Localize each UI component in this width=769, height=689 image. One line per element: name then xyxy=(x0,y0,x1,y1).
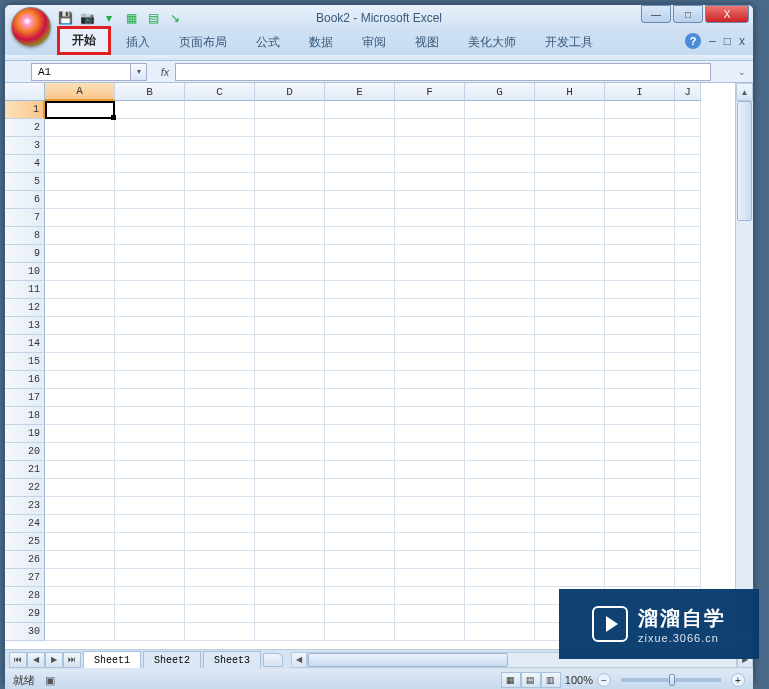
cell[interactable] xyxy=(395,515,465,533)
cell[interactable] xyxy=(45,551,115,569)
cell[interactable] xyxy=(675,353,701,371)
cell[interactable] xyxy=(115,209,185,227)
cell[interactable] xyxy=(115,299,185,317)
cell[interactable] xyxy=(675,101,701,119)
cell[interactable] xyxy=(465,605,535,623)
row-header-3[interactable]: 3 xyxy=(5,137,45,155)
cell[interactable] xyxy=(185,353,255,371)
cell[interactable] xyxy=(185,479,255,497)
cell[interactable] xyxy=(45,101,115,119)
cell[interactable] xyxy=(675,407,701,425)
cell[interactable] xyxy=(535,389,605,407)
cell[interactable] xyxy=(45,461,115,479)
cell[interactable] xyxy=(535,353,605,371)
cell[interactable] xyxy=(255,371,325,389)
cell[interactable] xyxy=(465,551,535,569)
cell[interactable] xyxy=(465,407,535,425)
cell[interactable] xyxy=(115,587,185,605)
cell[interactable] xyxy=(395,587,465,605)
row-header-10[interactable]: 10 xyxy=(5,263,45,281)
cell[interactable] xyxy=(465,335,535,353)
cell[interactable] xyxy=(535,569,605,587)
cell[interactable] xyxy=(185,443,255,461)
cell[interactable] xyxy=(45,137,115,155)
cell[interactable] xyxy=(465,263,535,281)
cell[interactable] xyxy=(45,479,115,497)
cell[interactable] xyxy=(45,155,115,173)
cell[interactable] xyxy=(185,335,255,353)
cell[interactable] xyxy=(255,461,325,479)
cell[interactable] xyxy=(185,569,255,587)
column-header-E[interactable]: E xyxy=(325,83,395,101)
cell[interactable] xyxy=(115,605,185,623)
cell[interactable] xyxy=(325,245,395,263)
column-header-J[interactable]: J xyxy=(675,83,701,101)
cell[interactable] xyxy=(675,317,701,335)
column-header-D[interactable]: D xyxy=(255,83,325,101)
cell[interactable] xyxy=(185,299,255,317)
row-header-6[interactable]: 6 xyxy=(5,191,45,209)
cell[interactable] xyxy=(535,155,605,173)
cell[interactable] xyxy=(535,263,605,281)
cell[interactable] xyxy=(675,569,701,587)
cell[interactable] xyxy=(45,227,115,245)
row-header-26[interactable]: 26 xyxy=(5,551,45,569)
cell[interactable] xyxy=(45,407,115,425)
cell[interactable] xyxy=(605,551,675,569)
cell[interactable] xyxy=(325,263,395,281)
row-header-25[interactable]: 25 xyxy=(5,533,45,551)
row-header-23[interactable]: 23 xyxy=(5,497,45,515)
cell[interactable] xyxy=(185,461,255,479)
cell[interactable] xyxy=(325,533,395,551)
cell[interactable] xyxy=(395,119,465,137)
cell[interactable] xyxy=(325,551,395,569)
cell[interactable] xyxy=(185,497,255,515)
cell[interactable] xyxy=(675,551,701,569)
row-header-14[interactable]: 14 xyxy=(5,335,45,353)
tab-nav-prev-icon[interactable]: ◀ xyxy=(27,652,45,668)
cell[interactable] xyxy=(45,209,115,227)
sheet-tab-3[interactable]: Sheet3 xyxy=(203,651,261,668)
cell[interactable] xyxy=(675,461,701,479)
cell[interactable] xyxy=(325,479,395,497)
cell[interactable] xyxy=(605,137,675,155)
cell[interactable] xyxy=(115,551,185,569)
cell[interactable] xyxy=(115,389,185,407)
formula-bar[interactable] xyxy=(175,63,711,81)
scroll-left-icon[interactable]: ◀ xyxy=(291,652,307,668)
cell[interactable] xyxy=(465,533,535,551)
workbook-restore-icon[interactable]: □ xyxy=(724,34,731,48)
cell[interactable] xyxy=(185,551,255,569)
cell[interactable] xyxy=(325,605,395,623)
cell[interactable] xyxy=(395,209,465,227)
cell[interactable] xyxy=(45,515,115,533)
cell[interactable] xyxy=(535,173,605,191)
row-header-7[interactable]: 7 xyxy=(5,209,45,227)
cell[interactable] xyxy=(675,335,701,353)
tab-page-layout[interactable]: 页面布局 xyxy=(165,30,241,55)
cell[interactable] xyxy=(325,227,395,245)
cell[interactable] xyxy=(675,263,701,281)
cell[interactable] xyxy=(605,371,675,389)
cell[interactable] xyxy=(255,497,325,515)
cell[interactable] xyxy=(115,101,185,119)
cell[interactable] xyxy=(605,533,675,551)
cell[interactable] xyxy=(45,443,115,461)
cell[interactable] xyxy=(535,533,605,551)
column-header-F[interactable]: F xyxy=(395,83,465,101)
cell[interactable] xyxy=(605,407,675,425)
cell[interactable] xyxy=(465,461,535,479)
zoom-slider-thumb[interactable] xyxy=(669,674,675,686)
cell[interactable] xyxy=(325,389,395,407)
cell[interactable] xyxy=(325,353,395,371)
cell[interactable] xyxy=(185,623,255,641)
cell[interactable] xyxy=(255,623,325,641)
cell[interactable] xyxy=(325,299,395,317)
cell[interactable] xyxy=(395,353,465,371)
tab-review[interactable]: 审阅 xyxy=(348,30,400,55)
cell[interactable] xyxy=(115,137,185,155)
arrow-icon[interactable]: ↘ xyxy=(167,10,183,26)
cell[interactable] xyxy=(255,119,325,137)
cell[interactable] xyxy=(535,245,605,263)
row-header-12[interactable]: 12 xyxy=(5,299,45,317)
